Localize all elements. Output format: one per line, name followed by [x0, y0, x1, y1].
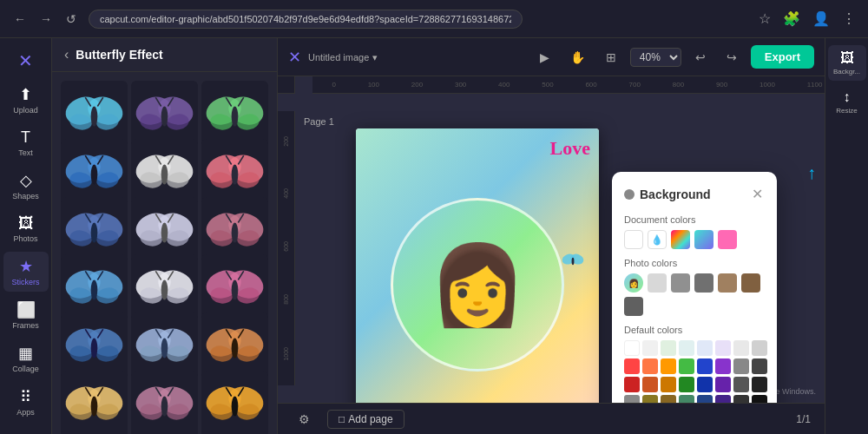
back-button[interactable]: ←	[9, 9, 31, 30]
butterfly-svg-18	[201, 371, 268, 434]
sidebar-item-photos[interactable]: 🖼 Photos	[3, 209, 49, 248]
dc-swatch-26[interactable]	[642, 395, 658, 403]
teal-gradient-swatch[interactable]	[694, 230, 713, 249]
right-panel-resize[interactable]: ↕ Resize	[828, 84, 866, 120]
sidebar-item-collage[interactable]: ▦ Collage	[3, 339, 49, 378]
dc-swatch-15[interactable]	[733, 358, 749, 374]
dc-swatch-20[interactable]	[679, 377, 694, 392]
hand-tool[interactable]: ✋	[563, 47, 592, 68]
sticker-item-15[interactable]	[201, 312, 268, 379]
sticker-item-18[interactable]	[201, 371, 268, 434]
dc-swatch-19[interactable]	[661, 377, 676, 392]
sticker-item-17[interactable]	[131, 371, 198, 434]
dc-swatch-6[interactable]	[715, 340, 731, 356]
modal-close-button[interactable]: ✕	[750, 184, 765, 204]
photo-swatch-5[interactable]	[741, 273, 760, 293]
sidebar-item-apps[interactable]: ⠿ Apps	[3, 382, 49, 422]
sticker-item-3[interactable]	[201, 81, 268, 148]
sticker-item-14[interactable]	[131, 312, 198, 379]
dc-swatch-17[interactable]	[624, 377, 640, 392]
sidebar-item-text[interactable]: T Text	[3, 123, 49, 162]
dc-swatch-12[interactable]	[679, 358, 694, 374]
forward-button[interactable]: →	[35, 9, 57, 30]
butterfly-svg-2	[131, 81, 198, 148]
dc-swatch-11[interactable]	[661, 358, 676, 374]
dc-swatch-3[interactable]	[661, 340, 676, 356]
dc-swatch-1[interactable]	[624, 340, 640, 356]
canvas-page[interactable]: 👩 Love	[356, 128, 599, 403]
sticker-item-10[interactable]	[61, 254, 128, 321]
svg-point-102	[232, 339, 239, 358]
app-logo: ✕	[13, 45, 38, 76]
sticker-item-13[interactable]	[61, 312, 128, 379]
sticker-item-16[interactable]	[61, 371, 128, 434]
settings-button[interactable]: ⚙	[292, 409, 317, 430]
photo-swatch-4[interactable]	[718, 273, 737, 293]
dc-swatch-25[interactable]	[624, 395, 640, 403]
photo-swatch-3[interactable]	[694, 273, 713, 293]
profile-button[interactable]: 👤	[809, 7, 833, 30]
dc-swatch-22[interactable]	[715, 377, 731, 392]
dc-swatch-24[interactable]	[752, 377, 767, 392]
export-button[interactable]: Export	[751, 45, 814, 69]
dc-swatch-8[interactable]	[752, 340, 767, 356]
undo-button[interactable]: ↩	[688, 47, 713, 68]
add-page-button[interactable]: □ Add page	[327, 410, 404, 429]
dc-swatch-9[interactable]	[624, 358, 640, 374]
grid-tool[interactable]: ⊞	[599, 47, 623, 68]
redo-button[interactable]: ↪	[720, 47, 744, 68]
right-panel-background[interactable]: 🖼 Backgr...	[828, 45, 866, 81]
dc-swatch-28[interactable]	[679, 395, 694, 403]
panel-back-button[interactable]: ‹	[64, 47, 69, 62]
photo-swatch-1[interactable]	[648, 273, 667, 293]
sidebar-item-frames[interactable]: ⬜ Frames	[3, 295, 49, 335]
eyedropper-button[interactable]: 💧	[648, 230, 667, 249]
dc-swatch-4[interactable]	[679, 340, 694, 356]
dc-swatch-2[interactable]	[642, 340, 658, 356]
photo-swatch-2[interactable]	[671, 273, 690, 293]
zoom-selector[interactable]: 40%	[630, 48, 681, 67]
sidebar-item-shapes[interactable]: ◇ Shapes	[3, 166, 49, 206]
shapes-icon: ◇	[20, 171, 32, 190]
url-bar[interactable]	[89, 10, 523, 29]
sticker-item-9[interactable]	[201, 197, 268, 264]
dc-swatch-27[interactable]	[661, 395, 676, 403]
sticker-item-5[interactable]	[131, 139, 198, 206]
white-swatch[interactable]	[624, 230, 643, 249]
dc-swatch-21[interactable]	[697, 377, 713, 392]
photo-swatch-6[interactable]	[624, 297, 643, 316]
bookmark-button[interactable]: ☆	[755, 7, 774, 30]
dc-swatch-7[interactable]	[733, 340, 749, 356]
dc-swatch-29[interactable]	[697, 395, 713, 403]
sticker-item-4[interactable]	[61, 139, 128, 206]
dc-swatch-5[interactable]	[697, 340, 713, 356]
dc-swatch-13[interactable]	[697, 358, 713, 374]
photo-avatar-swatch[interactable]: 👩	[624, 273, 643, 293]
sticker-item-2[interactable]	[131, 81, 198, 148]
dc-swatch-16[interactable]	[752, 358, 767, 374]
sidebar-item-stickers[interactable]: ★ Stickers	[3, 252, 49, 292]
refresh-button[interactable]: ↺	[61, 9, 82, 30]
dc-swatch-23[interactable]	[733, 377, 749, 392]
project-title[interactable]: Untitled image ▾	[308, 50, 378, 63]
sticker-item-12[interactable]	[201, 254, 268, 321]
dc-swatch-10[interactable]	[642, 358, 658, 374]
upload-icon: ⬆	[19, 85, 32, 104]
dc-swatch-32[interactable]	[752, 395, 767, 403]
dc-swatch-18[interactable]	[642, 377, 658, 392]
rainbow-swatch[interactable]	[671, 230, 690, 249]
sticker-item-8[interactable]	[131, 197, 198, 264]
pink-swatch[interactable]	[718, 230, 737, 249]
sticker-item-7[interactable]	[61, 197, 128, 264]
extensions-button[interactable]: 🧩	[779, 7, 804, 30]
sticker-item-1[interactable]	[61, 81, 128, 148]
menu-button[interactable]: ⋮	[838, 7, 859, 30]
sticker-item-11[interactable]	[131, 254, 198, 321]
dc-swatch-31[interactable]	[733, 395, 749, 403]
sidebar-item-upload[interactable]: ⬆ Upload	[3, 80, 49, 120]
sticker-item-6[interactable]	[201, 139, 268, 206]
canvas-viewport[interactable]: Page 1 👩 Love	[278, 94, 825, 403]
dc-swatch-30[interactable]	[715, 395, 731, 403]
dc-swatch-14[interactable]	[715, 358, 731, 374]
play-button[interactable]: ▶	[533, 47, 556, 68]
